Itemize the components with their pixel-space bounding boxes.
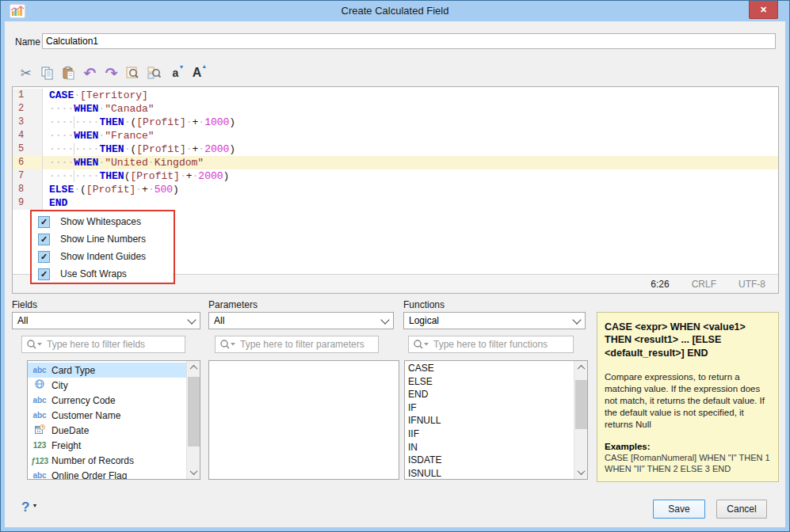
scroll-down-icon[interactable]: [187, 466, 200, 479]
code-line[interactable]: 7········THEN([Profit]·+·2000): [13, 169, 778, 183]
field-item-label: City: [52, 380, 68, 391]
scroll-up-icon[interactable]: [574, 361, 587, 374]
code-token: "United: [105, 157, 148, 169]
field-item-freight[interactable]: 123Freight: [28, 438, 186, 453]
fields-list: abcCard TypeCityabcCurrency CodeabcCusto…: [28, 361, 186, 479]
fields-listbox: abcCard TypeCityabcCurrency CodeabcCusto…: [27, 360, 200, 480]
calc-number-icon: ƒ123: [28, 455, 52, 466]
font-decrease-icon[interactable]: a▼: [166, 63, 185, 82]
cursor-position: 6:26: [651, 279, 669, 290]
field-item-number-of-records[interactable]: ƒ123Number of Records: [28, 453, 186, 468]
close-button[interactable]: ✕: [749, 1, 778, 19]
functions-filter-input[interactable]: [432, 336, 573, 352]
function-item-iif[interactable]: IIF: [405, 428, 574, 441]
svg-text:12: 12: [36, 428, 41, 433]
window-frame-bottom: [1, 527, 789, 531]
editor-options-menu: ✓Show Whitespaces✓Show Line Numbers✓Show…: [32, 213, 173, 282]
code-token: ): [229, 143, 235, 155]
fields-type-dropdown[interactable]: All: [12, 312, 200, 329]
scrollbar-thumb[interactable]: [188, 377, 200, 446]
parameters-listbox[interactable]: [208, 360, 399, 480]
title-bar[interactable]: Create Calculated Field ✕: [1, 1, 789, 21]
checkbox-checked-icon[interactable]: ✓: [38, 216, 50, 228]
help-button[interactable]: ? ▼: [21, 500, 45, 517]
font-increase-icon[interactable]: A▲: [188, 63, 206, 82]
code-line[interactable]: 2····WHEN·"Canada": [13, 102, 778, 116]
find-icon[interactable]: [124, 63, 142, 82]
function-item-in[interactable]: IN: [405, 441, 574, 454]
encoding-indicator[interactable]: UTF-8: [738, 279, 765, 290]
field-item-label: Currency Code: [52, 395, 116, 406]
menu-item-label: Show Line Numbers: [60, 234, 146, 245]
parameters-label: Parameters: [208, 299, 258, 310]
function-item-ifnull[interactable]: IFNULL: [405, 414, 574, 428]
function-item-isnull[interactable]: ISNULL: [405, 467, 574, 480]
code-token: ····: [49, 143, 74, 155]
code-line[interactable]: 9END: [13, 196, 778, 210]
menu-item-use-soft-wraps[interactable]: ✓Use Soft Wraps: [32, 265, 173, 283]
parameters-filter-input[interactable]: [239, 336, 378, 352]
scrollbar-thumb[interactable]: [575, 380, 587, 429]
checkbox-checked-icon[interactable]: ✓: [38, 251, 50, 263]
code-line[interactable]: 5········THEN·([Profit]·+·2000): [13, 142, 778, 156]
function-item-case[interactable]: CASE: [405, 362, 574, 375]
menu-item-show-line-numbers[interactable]: ✓Show Line Numbers: [32, 230, 173, 248]
name-input[interactable]: [42, 33, 776, 49]
datetime-icon: 12: [28, 424, 52, 437]
scroll-up-icon[interactable]: [187, 361, 200, 374]
function-item-else[interactable]: ELSE: [405, 375, 574, 389]
code-text: ········THEN·([Profit]·+·2000): [43, 142, 235, 156]
field-item-city[interactable]: City: [28, 378, 186, 393]
line-number: 1: [13, 89, 43, 102]
code-token: THEN: [99, 143, 124, 155]
function-item-end[interactable]: END: [405, 388, 574, 401]
field-item-customer-name[interactable]: abcCustomer Name: [28, 408, 186, 423]
code-token: THEN: [99, 116, 124, 128]
functions-scrollbar[interactable]: [574, 361, 587, 479]
menu-item-show-whitespaces[interactable]: ✓Show Whitespaces: [32, 213, 173, 230]
menu-item-show-indent-guides[interactable]: ✓Show Indent Guides: [32, 248, 173, 265]
line-number: 6: [13, 156, 43, 169]
menu-item-label: Show Indent Guides: [60, 251, 146, 262]
cancel-button[interactable]: Cancel: [716, 500, 767, 519]
undo-icon[interactable]: ↶: [81, 63, 99, 82]
code-line[interactable]: 1CASE·[Territory]: [13, 89, 778, 102]
code-line[interactable]: 4····WHEN·"France": [13, 129, 778, 142]
line-number: 9: [13, 196, 43, 210]
window-frame-left: [1, 21, 5, 531]
function-help-panel: CASE <expr> WHEN <value1> THEN <result1>…: [597, 312, 779, 482]
copy-icon[interactable]: [38, 63, 56, 82]
scroll-down-icon[interactable]: [574, 466, 587, 479]
code-token: [Profit]: [136, 116, 185, 128]
find-replace-icon[interactable]: [145, 63, 163, 82]
code-line-current[interactable]: 6····WHEN·"United·Kingdom": [13, 156, 778, 169]
parameters-type-dropdown[interactable]: All: [208, 312, 394, 329]
paste-icon[interactable]: [59, 63, 78, 82]
code-token: CASE: [49, 89, 74, 101]
fields-filter-input[interactable]: [45, 336, 185, 352]
function-item-isdate[interactable]: ISDATE: [405, 454, 574, 467]
functions-filter-box: [408, 336, 574, 353]
field-item-online-order-flag[interactable]: abcOnline Order Flag: [28, 468, 186, 480]
line-ending-indicator[interactable]: CRLF: [692, 279, 716, 290]
functions-category-dropdown[interactable]: Logical: [403, 312, 586, 329]
field-item-currency-code[interactable]: abcCurrency Code: [28, 393, 186, 408]
fields-scrollbar[interactable]: [186, 361, 200, 479]
cut-icon[interactable]: ✂: [17, 63, 35, 82]
search-icon: [26, 339, 43, 350]
checkbox-checked-icon[interactable]: ✓: [38, 234, 50, 245]
code-token: END: [49, 197, 67, 209]
redo-icon[interactable]: ↷: [102, 63, 120, 82]
checkbox-checked-icon[interactable]: ✓: [38, 268, 50, 280]
function-item-if[interactable]: IF: [405, 401, 574, 415]
code-token: [Profit]: [86, 184, 135, 196]
functions-list: CASEELSEENDIFIFNULLIIFINISDATEISNULL: [405, 361, 574, 479]
code-token: ): [229, 116, 235, 128]
field-item-card-type[interactable]: abcCard Type: [28, 363, 186, 378]
function-signature: CASE <expr> WHEN <value1> THEN <result1>…: [605, 321, 771, 359]
code-line[interactable]: 8ELSE·([Profit]·+·500): [13, 183, 778, 196]
field-item-duedate[interactable]: 12DueDate: [28, 423, 186, 438]
code-line[interactable]: 3········THEN·([Profit]·+·1000): [13, 116, 778, 129]
save-button[interactable]: Save: [653, 500, 705, 519]
line-number: 3: [13, 116, 43, 129]
